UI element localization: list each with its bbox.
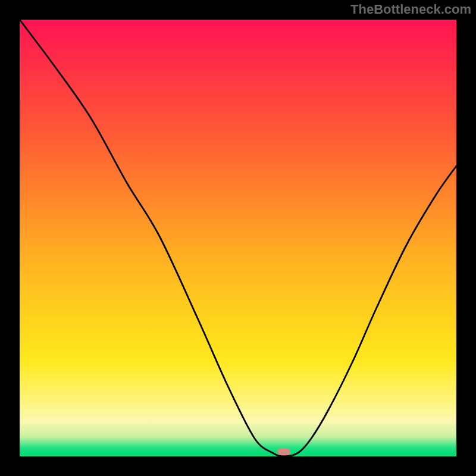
- minimum-marker: [277, 448, 290, 455]
- curve-svg: [20, 20, 456, 456]
- plot-area: [20, 20, 456, 456]
- chart-container: TheBottleneck.com: [0, 0, 476, 476]
- watermark-text: TheBottleneck.com: [350, 2, 471, 17]
- bottleneck-curve: [20, 20, 456, 456]
